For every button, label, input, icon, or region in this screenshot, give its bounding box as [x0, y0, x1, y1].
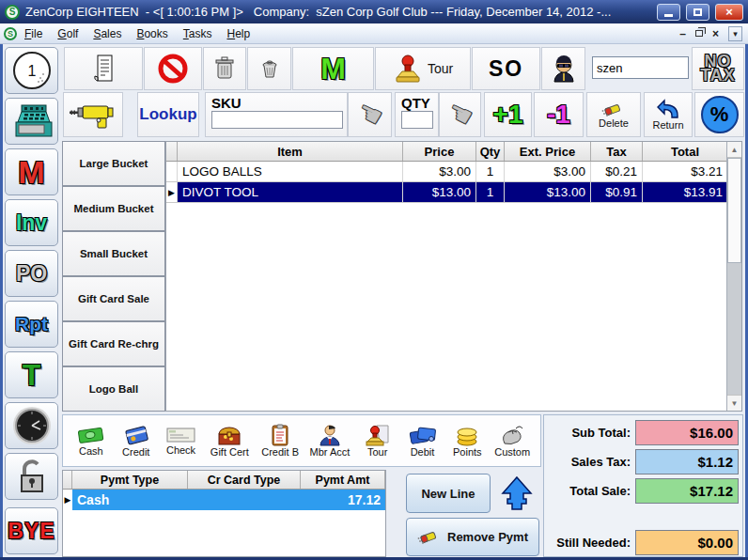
menu-item-help[interactable]: Help	[219, 25, 257, 42]
item-tax-cell: $0.91	[591, 182, 643, 202]
drill-button[interactable]	[63, 92, 123, 137]
minimize-button[interactable]	[657, 4, 680, 21]
maximize-button[interactable]	[686, 4, 709, 21]
payment-method-tour[interactable]: Tour	[355, 424, 400, 458]
sidebar-clock-button[interactable]	[5, 402, 58, 449]
search-input[interactable]	[592, 56, 689, 79]
scrollbar-thumb[interactable]	[727, 158, 741, 263]
scroll-down-icon[interactable]: ▼	[727, 395, 741, 411]
sidebar-reports-button[interactable]: Rpt	[5, 301, 58, 348]
sidebar-hole1-button[interactable]: 1	[5, 47, 58, 94]
payment-method-check[interactable]: Check	[159, 427, 204, 456]
remove-payment-label: Remove Pymt	[447, 530, 528, 544]
stamp-icon	[393, 54, 423, 83]
no-tax-button[interactable]: NOTAX	[692, 47, 744, 90]
sku-input[interactable]	[211, 111, 343, 129]
menu-dropdown-button[interactable]: ▾	[728, 26, 742, 41]
app-icon-small: S	[4, 27, 17, 40]
plus-one-button[interactable]: +1	[484, 92, 532, 137]
tour-button-label: Tour	[428, 61, 453, 76]
payment-method-gift-cert[interactable]: Gift Cert	[203, 425, 256, 458]
still-needed-value: $0.00	[635, 530, 739, 555]
void-button[interactable]	[144, 47, 202, 90]
item-row-selected[interactable]: ▶ DIVOT TOOL $13.00 1 $13.00 $0.91 $13.9…	[166, 182, 741, 203]
items-scrollbar[interactable]: ▲ ▼	[726, 142, 741, 411]
sidebar-m-button[interactable]: M	[5, 148, 58, 195]
lookup-button[interactable]: Lookup	[137, 92, 199, 137]
spy-button[interactable]	[541, 47, 585, 90]
sku-enter-button[interactable]: ☚	[348, 92, 392, 137]
scroll-up-icon[interactable]: ▲	[727, 142, 741, 158]
payment-amount-cell: 17.12	[301, 490, 385, 510]
receipt-icon	[92, 54, 115, 84]
menu-item-sales[interactable]: Sales	[86, 25, 129, 42]
so-button[interactable]: SO	[472, 47, 540, 90]
payment-method-label: Points	[453, 446, 482, 458]
rpt-icon: Rpt	[15, 313, 48, 335]
menu-item-books[interactable]: Books	[129, 25, 175, 42]
row-indicator-cell	[166, 162, 178, 181]
mdi-close-button[interactable]: ×	[712, 27, 719, 40]
new-line-button[interactable]: New Line	[406, 474, 491, 513]
delete-line-button[interactable]: Delete	[586, 92, 641, 137]
remove-payment-button[interactable]: Remove Pymt	[406, 518, 539, 556]
gift-card-recharge-button[interactable]: Gift Card Re-chrg	[62, 321, 165, 366]
menu-item-golf[interactable]: Golf	[50, 25, 86, 42]
bucket-small-button[interactable]: Small Bucket	[62, 231, 165, 276]
sku-label: SKU	[211, 95, 242, 111]
trash-round-button[interactable]	[247, 47, 291, 90]
sale-summary-panel: Sub Total: $16.00 Sales Tax: $1.12 Total…	[543, 414, 743, 557]
menu-item-tasks[interactable]: Tasks	[176, 25, 220, 42]
payment-method-label: Cash	[79, 445, 103, 457]
cash-register-icon	[10, 102, 54, 140]
payment-method-label: Debit	[411, 446, 435, 458]
payment-method-points[interactable]: Points	[444, 425, 490, 458]
gift-card-sale-button[interactable]: Gift Card Sale	[62, 276, 165, 321]
qty-input[interactable]	[401, 111, 433, 129]
mdi-minimize-button[interactable]: –	[679, 27, 686, 40]
trash-button[interactable]	[203, 47, 246, 90]
return-button[interactable]: Return	[644, 92, 693, 137]
sidebar-lock-button[interactable]	[5, 453, 58, 500]
minus-one-icon: -1	[547, 100, 570, 130]
tour-stamp-button[interactable]: Tour	[375, 47, 471, 90]
logo-ball-button[interactable]: Logo Ball	[62, 366, 165, 412]
item-row[interactable]: LOGO BALLS $3.00 1 $3.00 $0.21 $3.21	[166, 162, 741, 182]
mdi-restore-button[interactable]	[695, 30, 703, 37]
discount-percent-button[interactable]: %	[694, 92, 744, 137]
bucket-large-button[interactable]: Large Bucket	[62, 141, 165, 186]
no-tax-icon: NOTAX	[700, 54, 736, 83]
sidebar-po-button[interactable]: PO	[5, 250, 58, 297]
sidebar-t-button[interactable]: T	[5, 351, 58, 398]
item-qty-cell: 1	[476, 182, 505, 202]
sidebar-exit-button[interactable]: BYE	[5, 507, 58, 554]
payment-method-debit[interactable]: Debit	[400, 425, 445, 458]
payment-row-selected[interactable]: ▶ Cash 17.12	[63, 490, 385, 510]
payment-method-credit[interactable]: Credit	[114, 425, 159, 458]
move-up-button[interactable]	[495, 473, 538, 516]
m-green-button[interactable]: M	[292, 47, 374, 90]
minus-one-button[interactable]: -1	[534, 92, 584, 137]
qty-enter-button[interactable]: ☚	[439, 92, 481, 137]
close-button[interactable]: ×	[715, 4, 743, 21]
payment-type-cell: Cash	[72, 490, 188, 510]
drill-icon	[70, 100, 117, 130]
payment-method-mbr-acct[interactable]: Mbr Acct	[304, 424, 355, 458]
bucket-medium-button[interactable]: Medium Bucket	[62, 186, 165, 231]
clock-icon	[11, 405, 53, 446]
payment-method-credit-b[interactable]: Credit B	[256, 424, 304, 458]
sidebar-register-button[interactable]	[5, 98, 58, 145]
receipt-button[interactable]	[64, 47, 143, 90]
eraser-icon	[417, 529, 442, 545]
payment-method-custom[interactable]: Custom	[490, 425, 535, 458]
m-green-icon: M	[320, 52, 346, 86]
lookup-label: Lookup	[139, 105, 196, 124]
cash-icon	[77, 426, 105, 445]
payment-method-cash[interactable]: Cash	[69, 426, 114, 457]
payment-method-label: Check	[166, 444, 195, 456]
menu-item-file[interactable]: File	[17, 25, 50, 42]
still-needed-label: Still Needed:	[544, 536, 631, 550]
hand-icon: ☚	[444, 98, 476, 132]
item-total-cell: $13.91	[643, 182, 728, 202]
sidebar-inventory-button[interactable]: Inv	[5, 199, 58, 246]
